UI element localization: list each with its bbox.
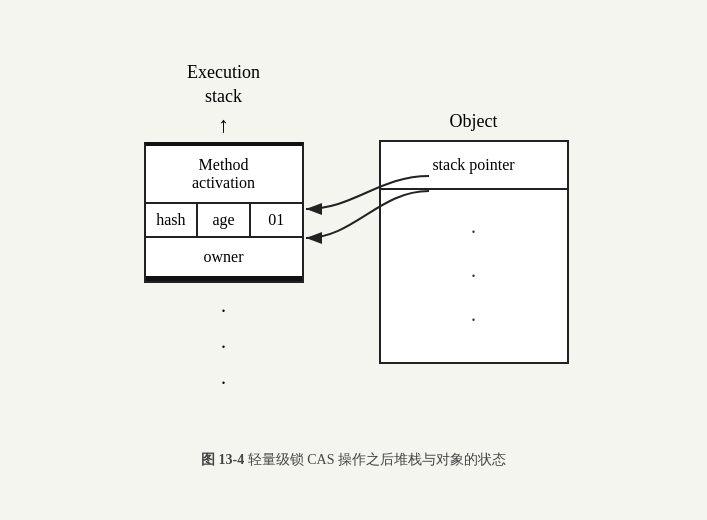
- stack-box: Methodactivation hash age 01 owner: [144, 142, 304, 283]
- object-box-container: Object stack pointer ···: [374, 111, 574, 364]
- execution-stack: Execution stack ↑ Methodactivation hash …: [134, 61, 314, 411]
- age-cell: age: [198, 204, 251, 236]
- zero-one-cell: 01: [251, 204, 302, 236]
- hash-age-row: hash age 01: [146, 204, 302, 238]
- diagram-area: Execution stack ↑ Methodactivation hash …: [134, 61, 574, 411]
- object-dots: ···: [381, 190, 567, 362]
- caption-prefix: 图 13-4: [201, 452, 244, 467]
- hash-cell: hash: [146, 204, 199, 236]
- stack-dots: ···: [221, 283, 226, 411]
- object-box: stack pointer ···: [379, 140, 569, 364]
- caption-text: 轻量级锁 CAS 操作之后堆栈与对象的状态: [248, 452, 506, 467]
- object-title: Object: [450, 111, 498, 132]
- up-arrow: ↑: [218, 112, 229, 138]
- stack-title: Execution stack: [187, 61, 260, 108]
- stack-pointer-row: stack pointer: [381, 142, 567, 190]
- method-activation-row: Methodactivation: [146, 146, 302, 204]
- page: Execution stack ↑ Methodactivation hash …: [0, 0, 707, 520]
- caption: 图 13-4 轻量级锁 CAS 操作之后堆栈与对象的状态: [201, 451, 506, 469]
- owner-row: owner: [146, 238, 302, 281]
